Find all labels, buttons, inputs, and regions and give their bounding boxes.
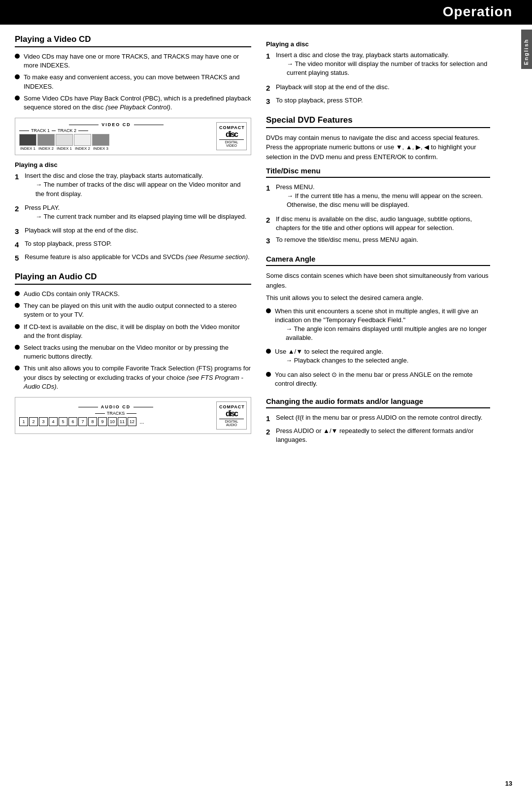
language-tab: English	[521, 30, 532, 69]
step-content: Insert a disc and close the tray, playba…	[276, 51, 490, 80]
bullet-dot	[15, 365, 20, 370]
page-title: Operation	[443, 4, 512, 19]
step-content: Insert the disc and close the tray, play…	[25, 171, 251, 200]
list-item: 3 Playback will stop at the end of the d…	[15, 226, 251, 236]
vcd-header: VIDEO CD	[19, 122, 213, 127]
track-num: 8	[88, 417, 97, 426]
right-section-playing-disc: Playing a disc 1 Insert a disc and close…	[266, 40, 490, 106]
step-content: Press MENU. If the current title has a m…	[276, 183, 490, 212]
step-num: 1	[266, 51, 273, 61]
playing-disc-steps: 1 Insert the disc and close the tray, pl…	[15, 171, 251, 263]
acd-inner: AUDIO CD TRACKS 1 2 3	[19, 401, 247, 430]
step-num: 5	[15, 253, 22, 263]
vcd-diagram-inner: VIDEO CD TRACK 1 TRACK 2	[19, 122, 247, 151]
bullet-arrow: The angle icon remains displayed until m…	[286, 325, 490, 342]
camera-angle-intro-2: This unit allows you to select the desir…	[266, 293, 490, 303]
bullet-dot	[15, 345, 20, 350]
vcd-left: VIDEO CD TRACK 1 TRACK 2	[19, 122, 213, 151]
list-item: Some Video CDs have Play Back Control (P…	[15, 94, 251, 112]
badge-top: COMPACT	[219, 125, 244, 130]
badge-bot: DIGITAL AUDIO	[219, 419, 244, 427]
list-item: 4 To stop playback, press STOP.	[15, 239, 251, 250]
thumb-index5	[92, 134, 109, 146]
badge-mid: disc	[219, 410, 244, 418]
track-num: 12	[128, 417, 136, 426]
list-item: If CD-text is available on the disc, it …	[15, 323, 251, 340]
bullet-text: Use ▲/▼ to select the required angle.	[275, 347, 408, 356]
content-area: Playing a Video CD Video CDs may have on…	[0, 25, 532, 459]
acd-tracks-row: TRACKS	[19, 411, 212, 416]
step-text: Press AUDIO or ▲/▼ repeatedly to select …	[276, 427, 490, 444]
bullet-text: To make easy and convenient access, you …	[24, 73, 251, 91]
bullet-arrow: Playback changes to the selected angle.	[286, 356, 408, 365]
step-num: 2	[266, 83, 273, 93]
list-item: Audio CDs contain only TRACKS.	[15, 290, 251, 299]
step-content: Playback will stop at the end of the dis…	[276, 83, 390, 92]
bullet-text: If CD-text is available on the disc, it …	[24, 323, 251, 340]
thumb-index1	[19, 134, 36, 146]
badge-mid: disc	[219, 131, 244, 138]
step-text: Playback will stop at the end of the dis…	[25, 226, 138, 235]
step-num: 1	[266, 413, 273, 424]
bullet-text: You can also select ⊙ in the menu bar or…	[275, 370, 490, 388]
step-text: Resume feature is also applicable for VC…	[25, 253, 250, 262]
step-content: To stop playback, press STOP.	[276, 96, 363, 105]
thumb-index2	[37, 134, 55, 146]
track-num: 2	[29, 417, 38, 426]
right-playing-disc-steps: 1 Insert a disc and close the tray, play…	[266, 51, 490, 106]
left-column: Playing a Video CD Video CDs may have on…	[15, 34, 251, 449]
section-camera-angle: Camera Angle Some discs contain scenes w…	[266, 255, 490, 388]
step-num: 1	[15, 171, 22, 182]
section-special-dvd: Special DVD Features DVDs may contain me…	[266, 115, 490, 162]
step-content: Resume feature is also applicable for VC…	[25, 253, 250, 262]
bullet-dot	[266, 372, 271, 377]
right-subsection-title-playing-disc: Playing a disc	[266, 40, 490, 48]
list-item: 2 Playback will stop at the end of the d…	[266, 83, 490, 93]
step-text: Insert a disc and close the tray, playba…	[276, 51, 490, 60]
list-item: You can also select ⊙ in the menu bar or…	[266, 370, 490, 388]
list-item: 3 To remove the title/disc menu, press M…	[266, 235, 490, 246]
step-num: 2	[266, 215, 273, 225]
section-title-special-dvd: Special DVD Features	[266, 115, 490, 128]
bullet-text: They can be played on this unit with the…	[24, 301, 251, 319]
step-content: Press PLAY. The current track number and…	[25, 203, 246, 223]
bullet-content: When this unit encounters a scene shot i…	[275, 307, 490, 345]
tracks-row: TRACK 1 TRACK 2	[19, 128, 213, 133]
section-title-audio-formats: Changing the audio formats and/or langua…	[266, 397, 490, 408]
camera-angle-intro-1: Some discs contain scenes which have bee…	[266, 271, 490, 290]
bullet-text: When this unit encounters a scene shot i…	[275, 307, 490, 325]
list-item: 5 Resume feature is also applicable for …	[15, 253, 251, 263]
list-item: 2 If disc menu is available on the disc,…	[266, 215, 490, 232]
list-item: Use ▲/▼ to select the required angle. Pl…	[266, 347, 490, 367]
step-num: 3	[15, 226, 22, 236]
bullet-text: Audio CDs contain only TRACKS.	[24, 290, 120, 299]
list-item: When this unit encounters a scene shot i…	[266, 307, 490, 345]
list-item: This unit also allows you to compile Fav…	[15, 364, 251, 391]
step-num: 3	[266, 96, 273, 106]
track-num: 7	[78, 417, 87, 426]
acd-diagram: AUDIO CD TRACKS 1 2 3	[15, 397, 251, 434]
section-title-camera-angle: Camera Angle	[266, 255, 490, 266]
camera-angle-bullets: When this unit encounters a scene shot i…	[266, 307, 490, 389]
bullet-content: Use ▲/▼ to select the required angle. Pl…	[275, 347, 408, 367]
bullet-dot	[266, 349, 271, 354]
section-audio-formats: Changing the audio formats and/or langua…	[266, 397, 490, 444]
step-text: Select (ℓ(ℓ in the menu bar or press AUD…	[276, 413, 482, 422]
step-text: To stop playback, press STOP.	[276, 96, 363, 105]
index-labels: INDEX 1 INDEX 2 INDEX 1 INDEX 2 INDEX 3	[19, 146, 213, 151]
acd-header: AUDIO CD	[19, 404, 212, 409]
bullet-dot	[266, 308, 271, 313]
step-content: To remove the title/disc menu, press MEN…	[276, 235, 418, 244]
list-item: 3 To stop playback, press STOP.	[266, 96, 490, 106]
step-content: If disc menu is available on the disc, a…	[276, 215, 490, 232]
step-content: Playback will stop at the end of the dis…	[25, 226, 138, 235]
bullet-text: Select tracks using the menubar on the V…	[24, 343, 251, 361]
right-column: Playing a disc 1 Insert a disc and close…	[266, 34, 502, 449]
list-item: To make easy and convenient access, you …	[15, 73, 251, 91]
step-content: Select (ℓ(ℓ in the menu bar or press AUD…	[276, 413, 482, 422]
thumb-row	[19, 134, 213, 146]
list-item: 2 Press AUDIO or ▲/▼ repeatedly to selec…	[266, 427, 490, 444]
thumb-index3	[56, 134, 73, 146]
track-num: 6	[68, 417, 77, 426]
step-content: To stop playback, press STOP.	[25, 239, 112, 248]
